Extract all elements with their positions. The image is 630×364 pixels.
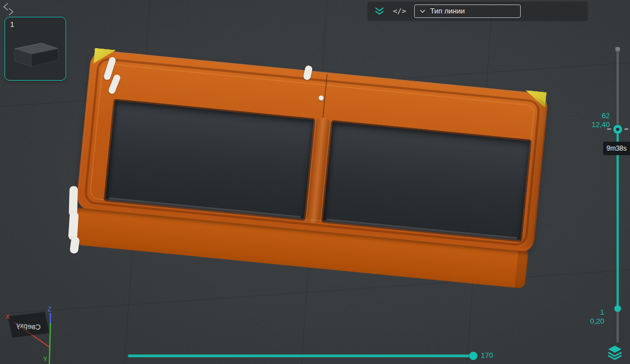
layer-handle-tick-left xyxy=(607,128,611,130)
line-type-dropdown[interactable]: Тип линии xyxy=(414,4,521,18)
preview-toolbar: </> Тип линии xyxy=(368,2,587,20)
plate-index: 1 xyxy=(10,20,14,29)
model-3d-preview[interactable] xyxy=(72,49,549,290)
layer-time-tooltip: 9m38s xyxy=(603,142,630,155)
move-slider-value: 170 xyxy=(481,351,493,360)
axis-z-label: Z xyxy=(48,306,52,312)
grid-line xyxy=(0,267,630,315)
layer-slider-active-range xyxy=(617,129,619,309)
model-window-right xyxy=(321,120,532,242)
layer-handle-tick-right xyxy=(624,128,628,130)
legend-toggle-icon[interactable] xyxy=(374,7,385,15)
layer-upper-height: 12,40 xyxy=(577,120,610,129)
move-slider-handle[interactable] xyxy=(469,352,478,360)
layers-view-icon[interactable] xyxy=(606,344,623,361)
axis-x-label: X xyxy=(6,313,10,320)
layer-lower-index: 1 xyxy=(572,308,604,316)
axis-y-label: Y xyxy=(43,356,48,362)
line-type-value: Тип линии xyxy=(430,7,465,15)
axis-gizmo: Сверху X Z Y xyxy=(0,305,73,364)
chevron-down-icon xyxy=(420,10,425,13)
viewport-3d[interactable]: 1 </> Тип линии xyxy=(0,0,630,364)
move-slider-track[interactable] xyxy=(128,354,475,357)
layer-slider-upper-handle[interactable] xyxy=(613,125,622,134)
support-material xyxy=(68,212,79,240)
model-window-left xyxy=(104,99,316,221)
support-material xyxy=(70,236,80,254)
layer-lower-height: 0,20 xyxy=(572,317,604,325)
plate-thumbnail[interactable]: 1 xyxy=(4,17,66,81)
plate-thumbnail-model xyxy=(7,32,65,72)
panel-collapse-icon[interactable] xyxy=(2,1,15,18)
layer-upper-index: 62 xyxy=(577,111,610,120)
layer-slider-lower-handle[interactable] xyxy=(614,305,621,312)
gcode-icon[interactable]: </> xyxy=(393,7,406,15)
